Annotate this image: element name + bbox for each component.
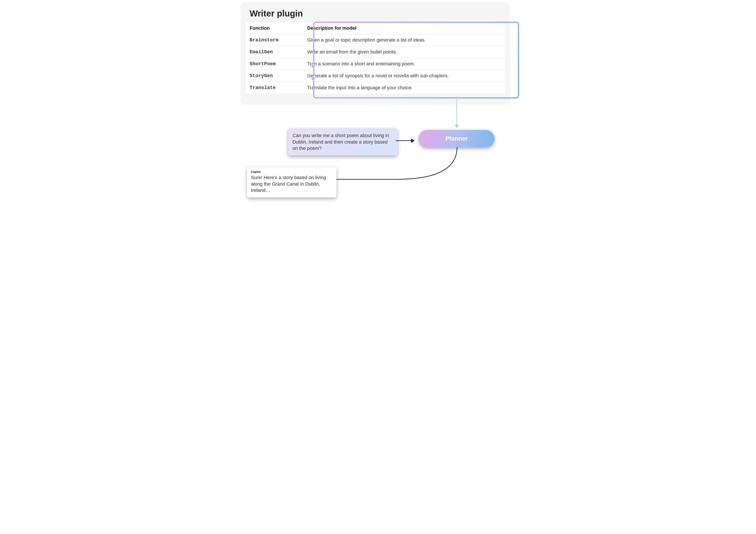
user-prompt-text: Can you write me a short poem about livi… (292, 133, 389, 151)
planner-node: Planner (419, 130, 495, 147)
fn-desc: Write an email from the given bullet poi… (303, 46, 505, 58)
connector-dot-icon (311, 65, 315, 68)
panel-title: Writer plugin (250, 9, 505, 18)
fn-desc: Given a goal or topic description genera… (303, 34, 505, 46)
diagram-stage: Writer plugin Function Description for m… (229, 0, 527, 211)
fn-desc: Translate the input into a language of y… (303, 82, 505, 94)
fn-name: Brainstorm (246, 34, 303, 46)
planner-label: Planner (446, 135, 468, 142)
functions-table: Function Description for model Brainstor… (246, 22, 505, 94)
table-header-row: Function Description for model (246, 22, 505, 34)
col-header-description: Description for model (303, 22, 505, 34)
user-prompt-card: Can you write me a short poem about livi… (288, 128, 397, 155)
writer-plugin-panel: Writer plugin Function Description for m… (240, 2, 510, 104)
fn-name: StoryGen (246, 70, 303, 82)
fn-desc: Turn a scenario into a short and enterta… (303, 58, 505, 70)
copilot-response-card: Copilot Sure! Here’s a story based on li… (247, 167, 337, 197)
fn-name: ShortPoem (246, 58, 303, 70)
fn-desc: Generate a list of synopsis for a novel … (303, 70, 505, 82)
table-row: EmailGen Write an email from the given b… (246, 46, 505, 58)
table-row: StoryGen Generate a list of synopsis for… (246, 70, 505, 82)
arrow-prompt-to-planner-icon (396, 140, 414, 141)
fn-name: EmailGen (246, 46, 303, 58)
table-row: ShortPoem Turn a scenario into a short a… (246, 58, 505, 70)
table-row: Translate Translate the input into a lan… (246, 82, 505, 94)
response-text: Sure! Here’s a story based on living alo… (251, 174, 333, 194)
arrow-descriptions-to-planner-icon (456, 97, 457, 128)
col-header-function: Function (246, 22, 303, 34)
connector-dot-icon (311, 77, 315, 80)
fn-name: Translate (246, 82, 303, 94)
response-author: Copilot (251, 170, 333, 174)
table-row: Brainstorm Given a goal or topic descrip… (246, 34, 505, 46)
